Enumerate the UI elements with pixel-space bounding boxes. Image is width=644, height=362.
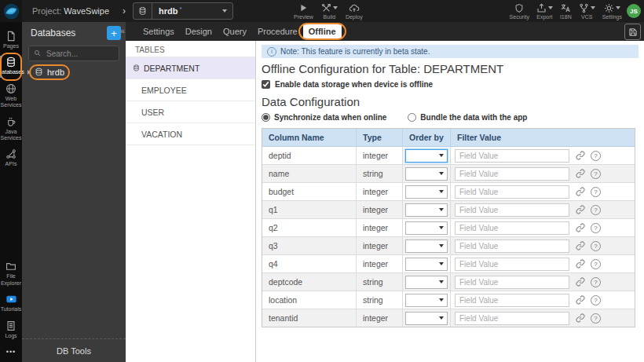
column-type-cell: integer [357, 255, 403, 272]
editor-tab[interactable]: Design [180, 24, 218, 38]
database-tree-item-hrdb[interactable]: hrdb [22, 64, 126, 79]
order-by-select[interactable] [405, 149, 448, 163]
editor-tab[interactable]: Settings [137, 24, 180, 38]
export-button[interactable]: Export [536, 3, 553, 20]
help-icon[interactable]: ? [591, 205, 601, 215]
enable-offline-checkbox[interactable] [262, 80, 270, 89]
help-icon[interactable]: ? [591, 295, 601, 305]
add-database-button[interactable]: + [107, 26, 121, 40]
sidebar-item-pages[interactable]: Pages [0, 27, 22, 53]
bind-variable-link-icon[interactable] [576, 223, 585, 232]
row-actions: ? [576, 313, 601, 324]
column-type-cell: integer [357, 237, 403, 254]
database-icon [134, 3, 152, 19]
order-by-select[interactable] [405, 258, 448, 271]
order-by-select[interactable] [405, 276, 448, 289]
bind-variable-link-icon[interactable] [576, 151, 585, 160]
play-icon [298, 3, 308, 13]
filter-value-input[interactable] [455, 185, 569, 199]
order-by-select[interactable] [405, 312, 448, 325]
sidebar-item-logs[interactable]: Logs [0, 317, 22, 343]
order-by-select[interactable] [405, 203, 448, 217]
filter-value-input[interactable] [455, 240, 569, 253]
filter-value-cell: ? [451, 291, 635, 309]
database-selector-dropdown[interactable]: hrdb * [133, 2, 233, 20]
info-icon: i [267, 47, 276, 57]
bind-variable-link-icon[interactable] [576, 295, 585, 305]
bind-variable-link-icon[interactable] [576, 187, 585, 196]
table-list-item[interactable]: VACATION [126, 123, 255, 145]
sync-online-radio[interactable] [262, 113, 270, 122]
chevron-down-icon [616, 6, 620, 9]
filter-value-input[interactable] [455, 167, 569, 181]
db-tools-button[interactable]: DB Tools [22, 338, 126, 362]
order-by-select[interactable] [405, 167, 448, 181]
sidebar-item-tutorials[interactable]: Tutorials [0, 291, 22, 316]
filter-value-input[interactable] [455, 221, 569, 235]
help-icon[interactable]: ? [591, 187, 601, 197]
table-list-item[interactable]: DEPARTMENT [126, 57, 255, 79]
column-type-cell: integer [357, 201, 403, 218]
filter-value-input[interactable] [455, 276, 569, 289]
settings-button[interactable]: Settings [602, 3, 622, 20]
sidebar-item-file-explorer[interactable]: File Explorer [0, 258, 22, 291]
editor-tab[interactable]: Offline [303, 24, 342, 38]
bind-variable-link-icon[interactable] [576, 205, 585, 214]
help-icon[interactable]: ? [591, 313, 601, 324]
bind-variable-link-icon[interactable] [576, 259, 585, 269]
sidebar-item-web-services[interactable]: Web Services [0, 80, 22, 113]
editor-tab[interactable]: Query [218, 24, 252, 38]
bind-variable-link-icon[interactable] [576, 277, 585, 287]
export-icon [536, 3, 547, 13]
translate-icon [560, 3, 571, 13]
sidebar-item-apis[interactable]: APIs [0, 145, 22, 171]
row-actions: ? [576, 277, 601, 287]
help-icon[interactable]: ? [591, 241, 601, 251]
wavemaker-logo[interactable] [0, 0, 22, 22]
search-input[interactable] [45, 49, 114, 59]
filter-value-input[interactable] [455, 203, 569, 217]
bundle-data-radio[interactable] [408, 113, 416, 122]
database-search[interactable] [28, 46, 119, 61]
editor-tab[interactable]: Procedure [252, 24, 303, 38]
help-icon[interactable]: ? [591, 169, 601, 179]
filter-value-input[interactable] [455, 149, 569, 163]
help-icon[interactable]: ? [591, 259, 601, 269]
column-type-cell: integer [357, 147, 403, 164]
order-by-select[interactable] [405, 185, 448, 199]
order-by-select[interactable] [405, 240, 448, 253]
table-list-item[interactable]: USER [126, 101, 255, 123]
filter-value-input[interactable] [455, 294, 569, 307]
table-name-label: VACATION [141, 130, 182, 139]
collapse-panel-button[interactable]: « [120, 26, 125, 35]
more-menu-button[interactable]: ••• [0, 343, 22, 362]
vcs-button[interactable]: VCS [579, 3, 595, 20]
preview-button[interactable]: Preview [294, 3, 313, 20]
help-icon[interactable]: ? [591, 151, 601, 161]
chevron-down-icon [548, 6, 553, 9]
header-filter-value: Filter Value [451, 129, 635, 146]
filter-value-input[interactable] [455, 258, 569, 271]
user-avatar[interactable]: JS [627, 4, 641, 18]
bind-variable-link-icon[interactable] [576, 313, 585, 323]
order-by-select-wrap [405, 167, 448, 181]
table-list-item[interactable]: EMPLOYEE [126, 79, 255, 101]
order-by-select[interactable] [405, 221, 448, 235]
bind-variable-link-icon[interactable] [576, 241, 585, 250]
build-button[interactable]: Build [321, 3, 338, 20]
save-button[interactable] [624, 24, 641, 40]
bind-variable-link-icon[interactable] [576, 169, 585, 178]
sidebar-item-java-services[interactable]: Java Services [0, 113, 22, 146]
expand-caret-icon[interactable] [27, 70, 31, 75]
deploy-button[interactable]: Deploy [346, 3, 363, 20]
i18n-button[interactable]: I18N [560, 3, 572, 20]
security-button[interactable]: Security [510, 3, 529, 20]
row-actions: ? [576, 151, 601, 161]
order-by-cell [403, 219, 451, 236]
filter-value-input[interactable] [455, 312, 569, 325]
help-icon[interactable]: ? [591, 277, 601, 287]
column-type-cell: string [357, 273, 403, 291]
help-icon[interactable]: ? [591, 223, 601, 233]
sidebar-item-databases[interactable]: Databases [0, 53, 22, 79]
order-by-select[interactable] [405, 294, 448, 307]
